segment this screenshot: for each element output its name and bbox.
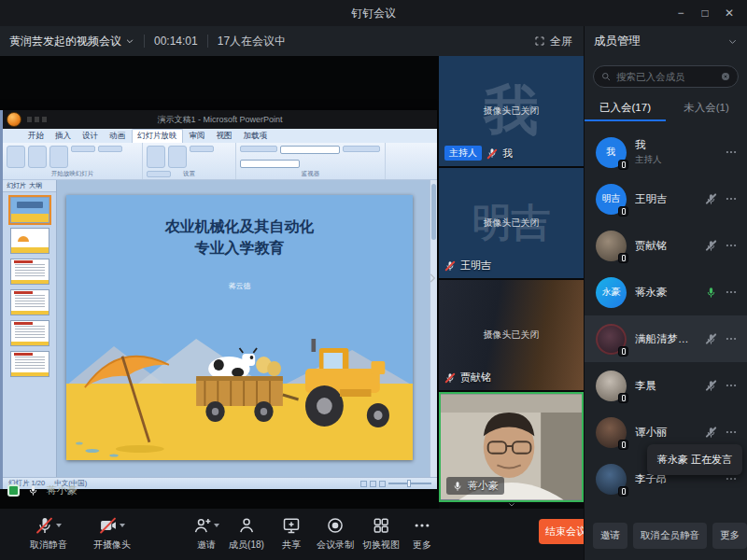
maximize-button[interactable]: □ bbox=[693, 7, 717, 20]
meeting-title-dropdown[interactable]: 黄润芸发起的视频会议 bbox=[9, 34, 134, 49]
mic-muted-icon bbox=[705, 427, 717, 439]
ppt-titlebar: 演示文稿1 - Microsoft PowerPoint bbox=[3, 110, 437, 129]
ribbon-button[interactable] bbox=[98, 146, 122, 152]
ribbon-button[interactable] bbox=[49, 146, 68, 168]
share-button[interactable]: 共享 bbox=[282, 516, 301, 552]
caret-icon[interactable] bbox=[120, 524, 125, 527]
more-icon[interactable] bbox=[725, 192, 738, 205]
member-row-jiangyonghao[interactable]: 永豪 蒋永豪 bbox=[585, 269, 747, 315]
close-button[interactable]: ✕ bbox=[717, 7, 741, 20]
caret-icon[interactable] bbox=[214, 524, 219, 527]
ribbon-button[interactable] bbox=[240, 146, 277, 152]
slide-thumbnail-5[interactable] bbox=[10, 320, 49, 346]
more-icon[interactable] bbox=[725, 332, 738, 345]
ribbon-button[interactable] bbox=[28, 146, 47, 168]
phone-badge-icon bbox=[618, 253, 628, 263]
avatar: 明吉 bbox=[596, 184, 627, 215]
ppt-tab-animation[interactable]: 动画 bbox=[105, 130, 130, 143]
member-row-manchuanqingmeng[interactable]: 满船清梦压... bbox=[585, 315, 747, 362]
member-tabs: 已入会(17) 未入会(1) bbox=[585, 97, 747, 121]
tiles-scroll-down-button[interactable] bbox=[439, 500, 584, 509]
search-input[interactable] bbox=[616, 71, 715, 82]
panel-tab-slides[interactable]: 幻灯片 bbox=[7, 181, 26, 190]
ribbon-button[interactable] bbox=[168, 146, 187, 168]
slide-thumbnail-6[interactable] bbox=[10, 351, 49, 377]
more-icon[interactable] bbox=[725, 239, 738, 252]
quick-access-toolbar[interactable] bbox=[27, 117, 59, 122]
tab-not-joined[interactable]: 未入会(1) bbox=[666, 97, 747, 121]
slide-thumbnail-3[interactable] bbox=[10, 259, 49, 285]
ribbon-button[interactable] bbox=[190, 146, 214, 152]
office-button[interactable] bbox=[7, 112, 21, 127]
ribbon-group-monitors[interactable]: 监视器 bbox=[236, 143, 386, 179]
divider bbox=[144, 35, 145, 48]
ribbon-button[interactable] bbox=[147, 146, 165, 168]
more-icon[interactable] bbox=[725, 286, 738, 299]
ppt-tab-slideshow[interactable]: 幻灯片放映 bbox=[132, 129, 183, 143]
member-row-wangmingji[interactable]: 明吉 王明吉 bbox=[585, 175, 747, 222]
video-tile-me[interactable]: 我 摄像头已关闭 主持人 我 bbox=[439, 56, 584, 166]
more-icon[interactable] bbox=[725, 426, 738, 439]
phone-badge-icon bbox=[618, 440, 628, 450]
resolution-dropdown[interactable] bbox=[280, 146, 340, 154]
video-tile-wangmingji[interactable]: 明吉 摄像头已关闭 王明吉 bbox=[439, 168, 584, 278]
unmute-all-button[interactable]: 取消全员静音 bbox=[633, 523, 707, 549]
ribbon-button[interactable] bbox=[71, 146, 95, 152]
video-tile-jiaxianming[interactable]: 摄像头已关闭 贾献铭 bbox=[439, 280, 584, 390]
more-button[interactable]: 更多 bbox=[413, 516, 431, 552]
slide-thumbnail-2[interactable] bbox=[10, 228, 49, 254]
switch-view-button[interactable]: 切换视图 bbox=[362, 516, 400, 552]
invite-button-panel[interactable]: 邀请 bbox=[593, 523, 627, 549]
slide-thumbnail-4[interactable] bbox=[10, 289, 49, 315]
ppt-tab-view[interactable]: 视图 bbox=[212, 130, 237, 143]
ppt-scrollbar[interactable] bbox=[430, 180, 437, 477]
more-button-panel[interactable]: 更多 bbox=[712, 523, 747, 549]
search-icon bbox=[600, 71, 612, 82]
meeting-toolbar: 取消静音 开摄像头 邀请 成员(18) 共享 会议录制 切换视图 更多 结束会议 bbox=[0, 509, 584, 560]
member-row-lichen[interactable]: 李晨 bbox=[585, 362, 747, 409]
tab-joined[interactable]: 已入会(17) bbox=[585, 97, 666, 121]
phone-badge-icon bbox=[618, 486, 628, 497]
ribbon-button[interactable] bbox=[343, 146, 380, 152]
ppt-tab-design[interactable]: 设计 bbox=[78, 130, 103, 143]
caret-icon[interactable] bbox=[56, 524, 62, 527]
speaker-indicator: 蒋小豪 bbox=[7, 483, 78, 497]
camera-on-button[interactable]: 开摄像头 bbox=[93, 516, 131, 552]
mic-muted-icon bbox=[705, 380, 717, 392]
video-tile-jiangxiaohao-active[interactable]: 蒋小豪 bbox=[439, 392, 584, 502]
minimize-button[interactable]: − bbox=[669, 7, 693, 20]
member-search-box[interactable] bbox=[593, 65, 739, 88]
member-row-me[interactable]: 我 我 主持人 bbox=[585, 129, 747, 175]
ppt-tab-review[interactable]: 审阅 bbox=[185, 130, 210, 143]
window-titlebar: 钉钉会议 − □ ✕ bbox=[0, 0, 747, 26]
chevron-down-icon[interactable] bbox=[727, 36, 738, 47]
clear-search-icon[interactable] bbox=[720, 71, 731, 82]
phone-badge-icon bbox=[618, 346, 628, 357]
ribbon-button[interactable] bbox=[7, 146, 25, 168]
more-icon[interactable] bbox=[725, 379, 738, 392]
phone-badge-icon bbox=[618, 393, 628, 403]
ppt-tab-home[interactable]: 开始 bbox=[23, 130, 49, 143]
ribbon-input[interactable] bbox=[240, 160, 300, 168]
panel-tab-outline[interactable]: 大纲 bbox=[29, 181, 42, 190]
record-button[interactable]: 会议录制 bbox=[317, 516, 354, 552]
ppt-zoom-controls[interactable] bbox=[360, 481, 431, 487]
fullscreen-button[interactable]: 全屏 bbox=[534, 26, 572, 56]
ppt-tab-addins[interactable]: 加载项 bbox=[239, 130, 273, 143]
ppt-tab-insert[interactable]: 插入 bbox=[50, 130, 76, 143]
members-button[interactable]: 成员(18) bbox=[229, 516, 264, 552]
ribbon-group-setup[interactable]: 设置 bbox=[143, 143, 236, 179]
more-icon[interactable] bbox=[725, 146, 738, 159]
invite-button[interactable]: 邀请 bbox=[193, 516, 219, 552]
collapse-panel-button[interactable] bbox=[426, 269, 439, 287]
ppt-slide-panel: 幻灯片 大纲 bbox=[3, 180, 57, 477]
mic-active-icon bbox=[452, 481, 463, 492]
ribbon-group-start-slideshow[interactable]: 开始放映幻灯片 bbox=[3, 143, 143, 179]
sharing-status-icon bbox=[7, 484, 20, 497]
avatar bbox=[596, 371, 627, 401]
tile-name: 我 bbox=[502, 147, 513, 161]
unmute-button[interactable]: 取消静音 bbox=[30, 516, 67, 552]
member-row-jiaxianming[interactable]: 贾献铭 bbox=[585, 222, 747, 269]
slide-thumbnail-1[interactable] bbox=[10, 197, 49, 223]
mic-muted-icon bbox=[705, 193, 717, 205]
